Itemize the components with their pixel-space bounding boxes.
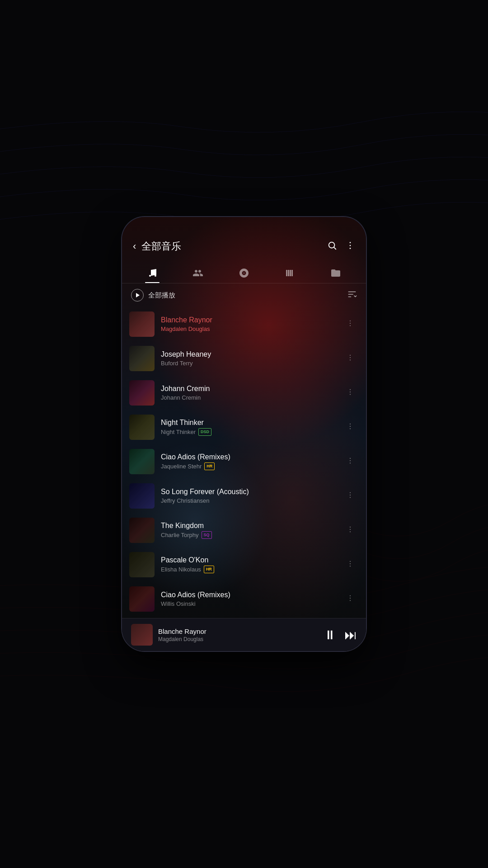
- back-button[interactable]: ‹: [133, 241, 136, 252]
- svg-point-10: [350, 322, 351, 323]
- song-meta: Buford Terry: [161, 360, 337, 367]
- album-art: [129, 483, 155, 509]
- song-more-button[interactable]: [343, 386, 357, 400]
- svg-point-30: [350, 561, 351, 561]
- song-title: The Kingdom: [161, 522, 337, 530]
- song-meta: Jeffry Christiansen: [161, 497, 337, 504]
- song-artist: Buford Terry: [161, 360, 193, 367]
- song-title: Ciao Adios (Remixes): [161, 591, 337, 599]
- song-artist: Magdalen Douglas: [161, 326, 210, 332]
- tab-artists[interactable]: [185, 264, 211, 283]
- song-item[interactable]: Ciao Adios (Remixes) Willis Osinski: [122, 582, 366, 616]
- song-more-button[interactable]: [343, 592, 357, 606]
- svg-point-22: [350, 460, 351, 461]
- tab-albums[interactable]: [231, 264, 257, 283]
- svg-point-28: [350, 528, 351, 529]
- svg-point-14: [350, 359, 351, 360]
- song-more-button[interactable]: [343, 455, 357, 469]
- tab-playlists[interactable]: [277, 264, 303, 283]
- play-all-label: 全部播放: [148, 291, 343, 300]
- now-playing-artist: Magdalen Douglas: [158, 636, 318, 642]
- quality-badge: HR: [204, 462, 215, 470]
- song-info: Johann Cremin Johann Cremin: [161, 385, 337, 401]
- play-all-bar: 全部播放: [122, 283, 366, 307]
- now-playing-title: Blanche Raynor: [158, 627, 318, 635]
- quality-badge: SQ: [202, 531, 212, 539]
- song-info: Night Thinker Night Thinker DSD: [161, 419, 337, 436]
- svg-point-27: [350, 526, 351, 527]
- song-meta: Charlie Torphy SQ: [161, 531, 337, 539]
- song-more-button[interactable]: [343, 317, 357, 331]
- song-artist: Charlie Torphy: [161, 532, 199, 538]
- now-playing-bar[interactable]: Blanche Raynor Magdalen Douglas ⏸ ⏭: [122, 618, 366, 651]
- svg-point-26: [350, 497, 351, 498]
- svg-point-18: [350, 423, 351, 424]
- song-artist: Night Thinker: [161, 429, 196, 435]
- song-item[interactable]: Night Thinker Night Thinker DSD: [122, 410, 366, 444]
- album-art: [129, 311, 155, 337]
- song-item[interactable]: Blanche Raynor Magdalen Douglas: [122, 307, 366, 341]
- album-art: [129, 415, 155, 440]
- song-more-button[interactable]: [343, 352, 357, 366]
- svg-point-2: [350, 242, 351, 243]
- song-info: The Kingdom Charlie Torphy SQ: [161, 522, 337, 539]
- song-info: Pascale O'Kon Elisha Nikolaus HR: [161, 556, 337, 573]
- song-item[interactable]: So Long Forever (Acoustic) Jeffry Christ…: [122, 479, 366, 513]
- song-title: Joseph Heaney: [161, 350, 337, 359]
- svg-point-16: [350, 391, 351, 392]
- svg-point-25: [350, 494, 351, 495]
- song-meta: Night Thinker DSD: [161, 428, 337, 436]
- song-title: Johann Cremin: [161, 385, 337, 393]
- song-title: Night Thinker: [161, 419, 337, 427]
- now-playing-art: [131, 624, 153, 646]
- search-icon[interactable]: [327, 241, 337, 253]
- svg-marker-5: [136, 293, 140, 297]
- svg-point-24: [350, 492, 351, 493]
- svg-point-13: [350, 357, 351, 358]
- svg-point-11: [350, 325, 351, 326]
- pause-button[interactable]: ⏸: [324, 627, 336, 642]
- tab-folders[interactable]: [323, 264, 348, 283]
- svg-point-3: [350, 245, 351, 246]
- song-title: Pascale O'Kon: [161, 556, 337, 564]
- svg-line-1: [334, 247, 336, 249]
- tab-songs[interactable]: [140, 264, 165, 283]
- svg-point-9: [350, 320, 351, 321]
- song-item[interactable]: Johann Cremin Johann Cremin: [122, 376, 366, 410]
- now-playing-info: Blanche Raynor Magdalen Douglas: [158, 627, 318, 642]
- song-info: So Long Forever (Acoustic) Jeffry Christ…: [161, 488, 337, 504]
- song-more-button[interactable]: [343, 420, 357, 434]
- song-more-button[interactable]: [343, 524, 357, 538]
- song-more-button[interactable]: [343, 489, 357, 503]
- tab-bar: [122, 260, 366, 283]
- song-item[interactable]: Pascale O'Kon Elisha Nikolaus HR: [122, 547, 366, 582]
- song-info: Blanche Raynor Magdalen Douglas: [161, 316, 337, 332]
- sort-icon[interactable]: [347, 289, 357, 302]
- song-item[interactable]: Joseph Heaney Buford Terry: [122, 341, 366, 376]
- next-button[interactable]: ⏭: [344, 627, 357, 642]
- play-all-button[interactable]: [131, 289, 144, 302]
- song-title: Ciao Adios (Remixes): [161, 453, 337, 461]
- song-artist: Elisha Nikolaus: [161, 566, 201, 573]
- quality-badge: HR: [204, 566, 214, 573]
- svg-point-20: [350, 428, 351, 429]
- header-actions: [327, 241, 355, 253]
- now-playing-controls: ⏸ ⏭: [324, 627, 357, 642]
- album-art: [129, 552, 155, 577]
- song-artist: Johann Cremin: [161, 394, 201, 401]
- song-meta: Willis Osinski: [161, 600, 337, 607]
- song-item[interactable]: Ciao Adios (Remixes) Jaqueline Stehr HR: [122, 444, 366, 479]
- header: ‹ 全部音乐: [122, 217, 366, 260]
- song-meta: Elisha Nikolaus HR: [161, 566, 337, 573]
- song-item[interactable]: The Kingdom Charlie Torphy SQ: [122, 513, 366, 547]
- song-meta: Johann Cremin: [161, 394, 337, 401]
- svg-point-33: [350, 595, 351, 596]
- svg-point-21: [350, 458, 351, 458]
- quality-badge: DSD: [198, 428, 211, 436]
- song-more-button[interactable]: [343, 558, 357, 572]
- svg-point-32: [350, 566, 351, 566]
- song-artist: Jeffry Christiansen: [161, 497, 209, 504]
- svg-point-15: [350, 389, 351, 390]
- album-art: [129, 586, 155, 612]
- overflow-menu-icon[interactable]: [345, 241, 355, 253]
